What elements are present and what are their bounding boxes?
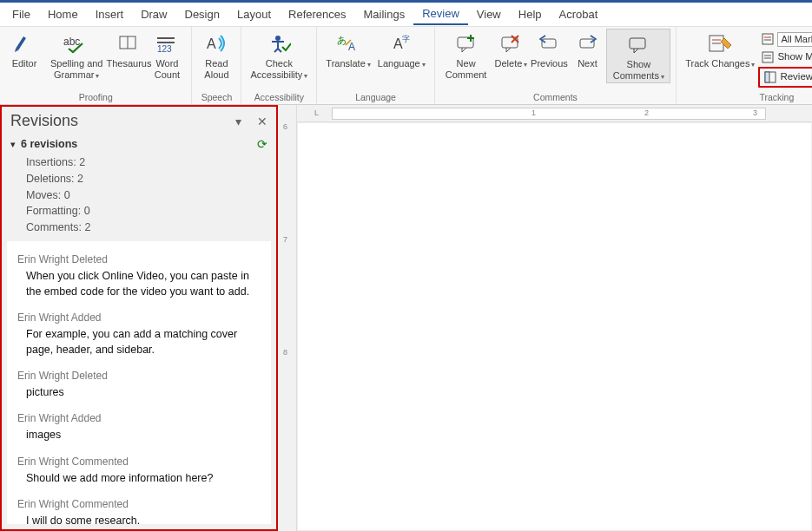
revision-item[interactable]: Erin Wright Deleted When you click Onlin… xyxy=(17,253,261,299)
group-language: あA Translate▾ A字 Language▾ Language xyxy=(317,27,434,104)
revision-author-action: Erin Wright Deleted xyxy=(17,370,261,382)
revisions-summary: ▾ 6 revisions ⟳ Insertions: 2 Deletions:… xyxy=(2,135,276,241)
revision-author-action: Erin Wright Deleted xyxy=(17,253,261,266)
revisions-list[interactable]: Erin Wright Deleted When you click Onlin… xyxy=(7,241,271,524)
ribbon: Editor abc Spelling and Grammar▾ Thesaur… xyxy=(0,27,812,105)
stat-formatting: Formatting: 0 xyxy=(10,203,267,220)
editor-icon xyxy=(13,30,36,56)
readaloud-button[interactable]: A Read Aloud xyxy=(197,29,235,82)
revisions-pane-title: Revisions xyxy=(10,112,78,130)
revision-content: Should we add more information here? xyxy=(17,470,261,486)
group-label-accessibility: Accessibility xyxy=(247,92,311,104)
tab-file[interactable]: File xyxy=(3,4,39,24)
tab-view[interactable]: View xyxy=(468,4,510,24)
menu-bar: File Home Insert Draw Design Layout Refe… xyxy=(0,3,812,27)
revision-author-action: Erin Wright Added xyxy=(17,412,261,424)
group-label-tracking: Tracking xyxy=(682,92,812,104)
revision-item[interactable]: Erin Wright Commented I will do some res… xyxy=(17,498,261,524)
svg-text:A: A xyxy=(348,41,355,53)
previous-comment-icon xyxy=(538,30,560,56)
tab-mailings[interactable]: Mailings xyxy=(355,4,414,24)
group-label-comments: Comments xyxy=(440,92,670,104)
tab-layout[interactable]: Layout xyxy=(228,4,280,24)
new-comment-button[interactable]: New Comment xyxy=(440,29,492,82)
svg-rect-20 xyxy=(630,38,645,49)
revision-content: When you click Online Video, you can pas… xyxy=(17,268,261,299)
chevron-down-icon[interactable]: ▾ xyxy=(235,115,241,128)
svg-rect-31 xyxy=(765,72,769,82)
svg-text:A: A xyxy=(207,36,216,51)
show-markup-button[interactable]: Show Markup▾ xyxy=(758,49,812,65)
markup-combo[interactable]: All Markup▾ xyxy=(758,31,812,48)
revision-item[interactable]: Erin Wright Deleted pictures xyxy=(17,370,261,400)
show-comments-icon xyxy=(627,31,650,57)
revision-item[interactable]: Erin Wright Added images xyxy=(17,412,261,442)
group-accessibility: Check Accessibility▾ Accessibility xyxy=(241,27,317,104)
group-proofing: Editor abc Spelling and Grammar▾ Thesaur… xyxy=(0,27,192,104)
wordcount-button[interactable]: 123 Word Count xyxy=(148,29,186,82)
revision-author-action: Erin Wright Commented xyxy=(17,456,261,468)
group-label-language: Language xyxy=(322,92,428,104)
reviewing-pane-button[interactable]: Reviewing Pane▾ xyxy=(758,67,812,88)
revision-author-action: Erin Wright Added xyxy=(17,311,261,324)
track-changes-icon xyxy=(707,30,733,56)
workspace: Revisions ▾ ✕ ▾ 6 revisions ⟳ Insertions… xyxy=(0,105,812,531)
reviewing-pane-icon xyxy=(764,70,776,84)
revisions-pane-header: Revisions ▾ ✕ xyxy=(2,107,276,135)
track-changes-button[interactable]: Track Changes▾ xyxy=(682,29,758,71)
readaloud-icon: A xyxy=(205,30,228,56)
next-comment-icon xyxy=(576,30,598,56)
svg-text:あ: あ xyxy=(337,35,347,45)
chevron-down-icon[interactable]: ▾ xyxy=(10,139,16,150)
group-speech: A Read Aloud Speech xyxy=(192,27,241,104)
language-icon: A字 xyxy=(391,30,412,56)
revision-content: pictures xyxy=(17,384,261,400)
tab-draw[interactable]: Draw xyxy=(132,4,175,24)
document-area: 6 7 8 L 1 2 3 xyxy=(278,105,812,531)
show-comments-button[interactable]: Show Comments▾ xyxy=(606,29,670,83)
next-comment-button[interactable]: Next xyxy=(568,29,606,71)
revision-item[interactable]: Erin Wright Added For example, you can a… xyxy=(17,311,261,357)
svg-rect-18 xyxy=(542,39,556,48)
thesaurus-icon xyxy=(117,30,140,56)
delete-comment-button[interactable]: Delete▾ xyxy=(492,29,530,71)
spelling-icon: abc xyxy=(63,30,89,56)
tracking-stack: All Markup▾ Show Markup▾ Reviewing Pane▾ xyxy=(758,29,812,88)
wordcount-icon: 123 xyxy=(154,30,180,56)
new-comment-icon xyxy=(455,30,478,56)
tab-design[interactable]: Design xyxy=(176,4,228,24)
revisions-pane: Revisions ▾ ✕ ▾ 6 revisions ⟳ Insertions… xyxy=(0,105,278,531)
translate-button[interactable]: あA Translate▾ xyxy=(322,29,373,71)
vertical-ruler: 6 7 8 xyxy=(278,105,297,531)
revision-item[interactable]: Erin Wright Commented Should we add more… xyxy=(17,456,261,486)
group-label-speech: Speech xyxy=(197,92,235,104)
revision-content: For example, you can add a matching cove… xyxy=(17,326,261,357)
group-comments: New Comment Delete▾ Previous Next xyxy=(435,27,677,104)
translate-icon: あA xyxy=(336,30,360,56)
refresh-icon[interactable]: ⟳ xyxy=(257,137,267,151)
editor-button[interactable]: Editor xyxy=(5,29,43,71)
tab-acrobat[interactable]: Acrobat xyxy=(551,4,607,24)
language-button[interactable]: A字 Language▾ xyxy=(374,29,429,71)
spelling-button[interactable]: abc Spelling and Grammar▾ xyxy=(43,29,109,82)
page-canvas[interactable] xyxy=(297,122,812,531)
revision-content: images xyxy=(17,427,261,442)
tab-home[interactable]: Home xyxy=(39,4,87,24)
revision-count: 6 revisions xyxy=(21,138,77,150)
group-tracking: Track Changes▾ All Markup▾ Show Markup▾ xyxy=(677,27,812,104)
tab-insert[interactable]: Insert xyxy=(87,4,133,24)
close-icon[interactable]: ✕ xyxy=(257,115,267,128)
show-markup-icon xyxy=(762,50,774,64)
check-accessibility-button[interactable]: Check Accessibility▾ xyxy=(247,29,311,82)
tab-review[interactable]: Review xyxy=(413,3,468,25)
previous-comment-button[interactable]: Previous xyxy=(530,29,568,71)
stat-deletions: Deletions: 2 xyxy=(10,171,267,187)
group-label-proofing: Proofing xyxy=(5,92,186,104)
horizontal-ruler: L 1 2 3 xyxy=(297,105,812,122)
svg-point-7 xyxy=(275,36,281,41)
tab-help[interactable]: Help xyxy=(510,4,551,24)
thesaurus-button[interactable]: Thesaurus xyxy=(109,29,148,71)
revision-content: I will do some research. xyxy=(17,513,261,524)
tab-references[interactable]: References xyxy=(280,4,354,24)
revision-author-action: Erin Wright Commented xyxy=(17,498,261,510)
